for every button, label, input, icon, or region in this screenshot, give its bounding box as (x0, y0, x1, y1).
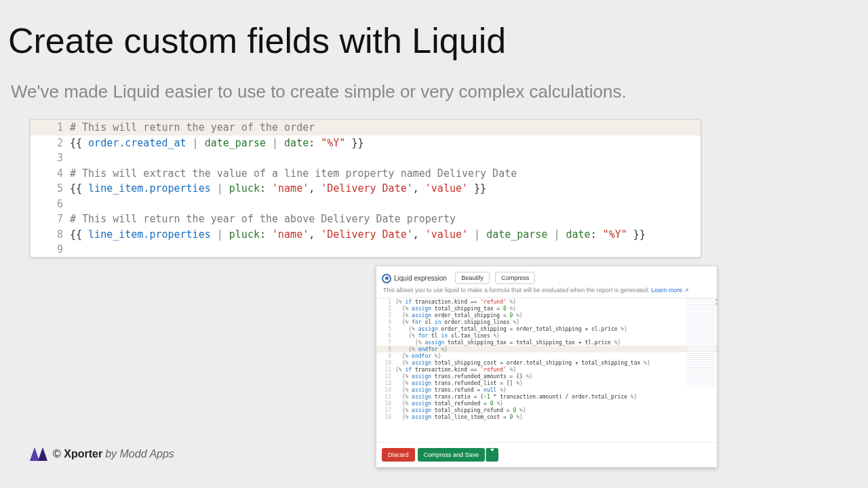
editor-code: {% assign total_shipping_refund = 0 %} (395, 407, 526, 413)
editor-line: 4 {% for sl in order.shipping_lines %} (376, 319, 717, 325)
editor-code: {% assign trans.refunded_list = [] %} (395, 380, 523, 386)
code-line: {{ line_item.properties | pluck: 'name',… (70, 182, 486, 195)
line-number: 4 (31, 167, 70, 180)
product-name: Xporter (64, 448, 102, 460)
editor-code: {% if transaction.kind == 'refund' %} (395, 299, 516, 305)
editor-line: 7 {% assign total_shipping_tax = total_s… (376, 339, 717, 346)
editor-line-number: 10 (376, 360, 395, 366)
line-number: 3 (31, 152, 70, 164)
editor-line: 6 {% for tl in sl.tax_lines %} (376, 332, 717, 339)
editor-code: {% assign order_total_shipping = 0 %} (395, 312, 523, 319)
line-number: 8 (31, 228, 70, 241)
editor-line: 5 {% assign order_total_shipping = order… (376, 325, 717, 332)
editor-line: 1{% if transaction.kind == 'refund' %} (376, 298, 717, 305)
editor-line: 16 {% assign total_refunded = 0 %} (376, 400, 717, 407)
page-title: Create custom fields with Liquid (8, 20, 506, 61)
code-line: {{ line_item.properties | pluck: 'name',… (70, 228, 646, 241)
editor-line-number: 6 (376, 333, 395, 339)
editor-code: {% endfor %} (395, 353, 441, 359)
editor-line: 18 {% assign total_line_item_cost = 0 %} (376, 413, 717, 420)
code-comment: # This will extract the value of a line … (70, 167, 517, 180)
editor-line-number: 11 (376, 367, 395, 373)
footer: © Xporter by Modd Apps (30, 447, 174, 461)
editor-line-number: 1 (376, 299, 395, 305)
xporter-logo-icon (30, 447, 49, 461)
compress-button[interactable]: Compress (495, 272, 535, 284)
editor-line-number: 17 (376, 407, 395, 413)
radio-checked-icon (382, 274, 391, 283)
vendor-name: by Modd Apps (105, 448, 174, 460)
editor-code: {% assign trans.refunded_amounts = {} %} (395, 373, 532, 380)
editor-code: {% assign total_line_item_cost = 0 %} (395, 414, 523, 420)
example-code-block: 1 # This will return the year of the ord… (30, 119, 701, 258)
line-number: 2 (31, 137, 70, 149)
code-comment: # This will return the year of the order (70, 121, 315, 134)
minimap[interactable] (687, 298, 715, 386)
editor-code: {% assign total_shipping_cost = order.to… (395, 360, 650, 366)
editor-line: 9 {% endfor %} (376, 352, 717, 359)
editor-code: {% if transaction.kind == 'refund' %} (395, 367, 516, 373)
line-number: 9 (31, 243, 70, 256)
minimap-handle-icon (714, 299, 717, 306)
editor-line: 11{% if transaction.kind == 'refund' %} (376, 366, 717, 373)
code-editor[interactable]: 1{% if transaction.kind == 'refund' %}2 … (376, 298, 717, 431)
code-line: {{ order.created_at | date_parse | date:… (70, 137, 364, 149)
editor-code: {% assign trans.ratio = (-1 * transactio… (395, 394, 637, 400)
line-number: 6 (31, 198, 70, 210)
line-number: 5 (31, 182, 70, 195)
editor-line-number: 15 (376, 394, 395, 400)
help-text: This allows you to use liquid to make a … (383, 287, 710, 293)
editor-line-number: 2 (376, 306, 395, 312)
save-dropdown-button[interactable] (486, 448, 498, 462)
editor-code: {% for sl in order.shipping_lines %} (395, 319, 519, 325)
external-link-icon: ↗ (684, 287, 689, 293)
editor-line: 3 {% assign order_total_shipping = 0 %} (376, 312, 717, 319)
editor-line-number: 8 (376, 346, 395, 352)
copyright: © (53, 448, 61, 460)
editor-code: {% assign total_shipping_tax = 0 %} (395, 306, 516, 312)
editor-line-number: 16 (376, 401, 395, 407)
editor-code: {% assign total_shipping_tax = total_shi… (395, 340, 620, 346)
editor-line-number: 12 (376, 373, 395, 380)
learn-more-link[interactable]: Learn more ↗ (651, 287, 689, 293)
editor-line-number: 7 (376, 340, 395, 346)
editor-code: {% endfor %} (395, 346, 448, 352)
liquid-editor-panel: Liquid expression Beautify Compress This… (376, 266, 717, 468)
discard-button[interactable]: Discard (382, 448, 415, 462)
editor-line-number: 9 (376, 353, 395, 359)
editor-line: 15 {% assign trans.ratio = (-1 * transac… (376, 393, 717, 400)
code-comment: # This will return the year of the above… (70, 213, 456, 225)
editor-code: {% for tl in sl.tax_lines %} (395, 333, 500, 339)
editor-line: 2 {% assign total_shipping_tax = 0 %} (376, 305, 717, 312)
editor-line-number: 5 (376, 326, 395, 332)
editor-line: 8 {% endfor %} (376, 346, 717, 352)
editor-line-number: 3 (376, 312, 395, 319)
editor-line: 14 {% assign trans.refund = null %} (376, 386, 717, 393)
editor-code: {% assign order_total_shipping = order_t… (395, 326, 627, 332)
editor-line-number: 4 (376, 319, 395, 325)
editor-line-number: 14 (376, 387, 395, 393)
caret-down-icon (490, 449, 494, 458)
beautify-button[interactable]: Beautify (455, 272, 490, 284)
editor-line: 10 {% assign total_shipping_cost = order… (376, 359, 717, 366)
line-number: 7 (31, 213, 70, 225)
editor-code: {% assign total_refunded = 0 %} (395, 401, 503, 407)
page-subtitle: We've made Liquid easier to use to creat… (11, 81, 627, 102)
liquid-expression-radio[interactable]: Liquid expression (382, 274, 447, 283)
editor-line: 17 {% assign total_shipping_refund = 0 %… (376, 407, 717, 413)
line-number: 1 (31, 121, 70, 134)
editor-line: 13 {% assign trans.refunded_list = [] %} (376, 380, 717, 386)
compress-and-save-button[interactable]: Compress and Save (418, 448, 486, 462)
editor-code: {% assign trans.refund = null %} (395, 387, 507, 393)
radio-label: Liquid expression (394, 274, 447, 282)
editor-line-number: 13 (376, 380, 395, 386)
editor-line-number: 18 (376, 414, 395, 420)
editor-line: 12 {% assign trans.refunded_amounts = {}… (376, 373, 717, 380)
